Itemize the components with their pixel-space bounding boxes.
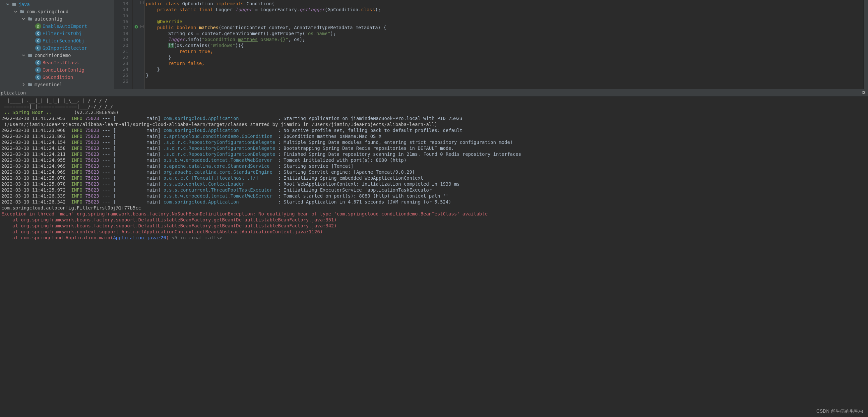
console-line[interactable]: Exception in thread "main" org.springfra… [1, 211, 868, 217]
package-icon [27, 16, 33, 22]
code-line[interactable]: } [146, 72, 863, 78]
tree-item-autoconfig[interactable]: autoconfig [0, 15, 114, 23]
console-line[interactable]: at com.springcloud.Application.main(Appl… [1, 235, 868, 240]
code-line[interactable]: String os = context.getEnvironment().get… [146, 31, 863, 36]
tree-item-label: FilterSecondObj [42, 38, 84, 43]
code-line[interactable]: } [146, 66, 863, 72]
tree-item-label: java [19, 2, 30, 7]
stacktrace-link[interactable]: AbstractApplicationContext.java:1126 [219, 229, 320, 234]
line-number-gutter: 1314151617181920212223242526 [114, 0, 133, 89]
project-tree-panel[interactable]: javacom.springcloudautoconfig@EnableAuto… [0, 0, 114, 89]
console-line[interactable]: 2022-03-10 11:41:24.154 INFO 75023 --- [… [1, 139, 868, 145]
code-line[interactable]: } [146, 54, 863, 60]
tree-item-label: FilterFirstObj [42, 31, 82, 36]
line-number: 15 [114, 12, 128, 19]
console-line[interactable]: at org.springframework.context.support.A… [1, 229, 868, 235]
code-line[interactable]: @Override [146, 19, 863, 25]
class-icon: C [35, 31, 41, 36]
package-icon [27, 82, 33, 88]
tree-item-label: conditiondemo [34, 53, 71, 58]
console-line[interactable]: 2022-03-10 11:41:23.053 INFO 75023 --- [… [1, 115, 868, 121]
console-line[interactable]: 2022-03-10 11:41:24.158 INFO 75023 --- [… [1, 145, 868, 151]
code-line[interactable] [146, 12, 863, 19]
stacktrace-link[interactable]: DefaultListableBeanFactory.java:351 [236, 217, 334, 222]
console-line[interactable]: 2022-03-10 11:41:24.969 INFO 75023 --- [… [1, 163, 868, 169]
console-line[interactable]: 2022-03-10 11:41:25.972 INFO 75023 --- [… [1, 187, 868, 193]
console-line[interactable]: 2022-03-10 11:41:25.078 INFO 75023 --- [… [1, 175, 868, 181]
tree-item-label: EnableAutoImport [42, 24, 87, 29]
console-line[interactable]: :: Spring Boot :: (v2.2.2.RELEASE) [1, 109, 868, 115]
console-line[interactable]: 2022-03-10 11:41:24.969 INFO 75023 --- [… [1, 169, 868, 175]
line-number: 18 [114, 31, 128, 36]
console-line[interactable]: 2022-03-10 11:41:26.339 INFO 75023 --- [… [1, 193, 868, 199]
tree-arrow-icon[interactable] [21, 17, 26, 21]
console-line[interactable]: |____| .__|_| |_|_| |_\__, | / / / / [1, 97, 868, 103]
tool-window-tab-label[interactable]: plication [1, 90, 26, 95]
tree-item-label: GpCondition [42, 74, 73, 80]
tree-arrow-icon[interactable] [13, 9, 18, 14]
tree-item-filtersecondobj[interactable]: CFilterSecondObj [0, 37, 114, 44]
fold-toggle-icon[interactable]: − [140, 1, 144, 4]
console-line[interactable]: at org.springframework.beans.factory.sup… [1, 217, 868, 223]
tree-arrow-icon[interactable] [21, 53, 26, 58]
line-number: 19 [114, 36, 128, 42]
line-number: 23 [114, 60, 128, 66]
console-line[interactable]: 2022-03-10 11:41:24.955 INFO 75023 --- [… [1, 157, 868, 163]
console-line[interactable]: com.springcloud.autoconfig.FilterFirstOb… [1, 205, 868, 211]
run-console[interactable]: |____| .__|_| |_|_| |_\__, | / / / / ===… [0, 97, 868, 240]
code-line[interactable]: return true; [146, 49, 863, 54]
gutter-icon-column [133, 0, 140, 89]
tree-item-label: GpImportSelector [42, 45, 87, 51]
tree-item-filterfirstobj[interactable]: CFilterFirstObj [0, 30, 114, 37]
tree-item-enableautoimport[interactable]: @EnableAutoImport [0, 23, 114, 30]
code-line[interactable] [146, 78, 863, 84]
code-line[interactable]: public boolean matches(ConditionContext … [146, 25, 863, 31]
code-line[interactable]: public class GpCondition implements Cond… [146, 1, 863, 7]
console-line[interactable]: (/Users/jiamin/IdeaProjects/alibaba-lear… [1, 121, 868, 127]
tree-item-beantestclass[interactable]: CBeanTestClass [0, 59, 114, 66]
tree-item-conditionconfig[interactable]: CConditionConfig [0, 66, 114, 73]
console-line[interactable]: at org.springframework.beans.factory.sup… [1, 223, 868, 229]
tool-window-header[interactable]: plication [0, 89, 868, 97]
tree-item-com-springcloud[interactable]: com.springcloud [0, 8, 114, 15]
line-number: 16 [114, 19, 128, 25]
gear-icon[interactable] [861, 90, 866, 96]
class-icon: C [35, 45, 41, 51]
code-content[interactable]: public class GpCondition implements Cond… [145, 0, 863, 89]
package-icon [19, 9, 25, 14]
tree-item-conditiondemo[interactable]: conditiondemo [0, 52, 114, 59]
override-gutter-icon[interactable] [134, 24, 139, 30]
console-line[interactable]: 2022-03-10 11:41:23.060 INFO 75023 --- [… [1, 127, 868, 133]
stacktrace-link[interactable]: DefaultListableBeanFactory.java:342 [236, 223, 334, 228]
console-line[interactable]: 2022-03-10 11:41:24.211 INFO 75023 --- [… [1, 151, 868, 157]
tree-arrow-icon[interactable] [5, 2, 10, 7]
class-icon: C [35, 74, 41, 80]
console-line[interactable]: 2022-03-10 11:41:26.342 INFO 75023 --- [… [1, 199, 868, 205]
console-line[interactable]: =========|_|==============|___/=/_/_/_/ [1, 103, 868, 109]
tree-item-mysentinel[interactable]: mysentinel [0, 81, 114, 88]
console-line[interactable]: 2022-03-10 11:41:25.078 INFO 75023 --- [… [1, 181, 868, 187]
annotation-icon: @ [35, 23, 41, 29]
fold-toggle-icon[interactable]: − [140, 25, 144, 28]
code-line[interactable]: logger.info("GpCondition matthes osName:… [146, 36, 863, 42]
fold-column[interactable]: −− [140, 0, 145, 89]
code-editor[interactable]: 1314151617181920212223242526 −− public c… [114, 0, 863, 89]
code-line[interactable]: if(os.contains("Windows")){ [146, 42, 863, 49]
console-line[interactable]: 2022-03-10 11:41:23.863 INFO 75023 --- [… [1, 133, 868, 139]
code-line[interactable]: private static final Logger logger = Log… [146, 7, 863, 12]
class-icon: C [35, 67, 41, 73]
line-number: 24 [114, 66, 128, 72]
tree-arrow-icon[interactable] [21, 82, 26, 87]
tree-item-label: ConditionConfig [42, 67, 84, 73]
stacktrace-link[interactable]: Application.java:20 [113, 235, 166, 240]
tree-item-gpimportselector[interactable]: CGpImportSelector [0, 44, 114, 52]
tree-item-label: autoconfig [34, 16, 62, 22]
line-number: 21 [114, 49, 128, 54]
tree-item-gpcondition[interactable]: CGpCondition [0, 73, 114, 81]
editor-scrollbar[interactable] [863, 0, 868, 89]
code-line[interactable]: return false; [146, 60, 863, 66]
class-icon: C [35, 38, 41, 44]
folder-icon [11, 1, 17, 7]
tree-item-java[interactable]: java [0, 1, 114, 8]
watermark: CSDN @生病的毛毛虫 [816, 408, 863, 414]
